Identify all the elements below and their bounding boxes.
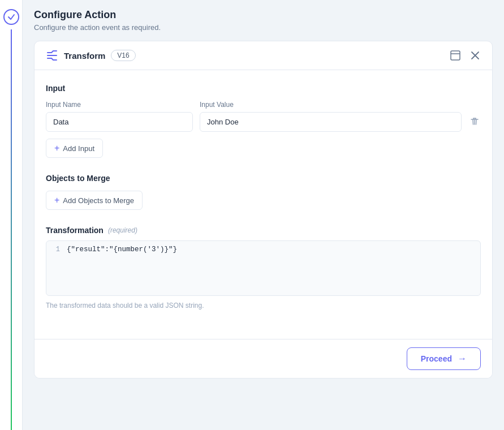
input-name-label: Input Name: [46, 101, 193, 109]
input-value-field[interactable]: [200, 112, 462, 132]
main-content: Configure Action Configure the action ev…: [23, 0, 504, 430]
proceed-button[interactable]: Proceed →: [407, 347, 481, 370]
required-label: (required): [108, 226, 137, 234]
add-input-icon: +: [54, 143, 59, 153]
svg-rect-0: [451, 51, 460, 60]
transform-label: Transform: [64, 51, 105, 61]
input-name-group: Input Name: [46, 101, 193, 132]
add-objects-button[interactable]: + Add Objects to Merge: [46, 191, 143, 210]
add-input-button[interactable]: + Add Input: [46, 139, 103, 158]
transformation-hint: The transformed data should be a valid J…: [46, 302, 481, 309]
code-line-1: 1 {"result":"{number('3')}"}: [46, 241, 480, 295]
card-header-left: Transform V16: [46, 50, 136, 61]
add-objects-label: Add Objects to Merge: [63, 196, 134, 205]
version-badge: V16: [111, 50, 135, 61]
add-objects-icon: +: [54, 195, 59, 205]
card-body: Input Input Name Input Value: [35, 70, 492, 339]
transformation-header: Transformation (required): [46, 226, 481, 235]
configure-action-card: Transform V16: [34, 41, 493, 379]
card-header-right: [449, 49, 481, 62]
transformation-title: Transformation: [46, 226, 104, 235]
input-section: Input Input Name Input Value: [46, 84, 481, 158]
line-number-1: 1: [46, 246, 67, 253]
page-header: Configure Action Configure the action ev…: [34, 9, 493, 32]
objects-section-title: Objects to Merge: [46, 174, 481, 183]
input-row: Input Name Input Value: [46, 101, 481, 132]
input-value-group: Input Value: [200, 101, 462, 132]
transform-icon: [46, 50, 58, 61]
input-section-title: Input: [46, 84, 481, 93]
transformation-section: Transformation (required) 1 {"result":"{…: [46, 226, 481, 309]
close-button[interactable]: [469, 50, 481, 61]
step-icon: [3, 9, 19, 25]
input-name-field[interactable]: [46, 112, 193, 132]
code-editor[interactable]: 1 {"result":"{number('3')}"}: [46, 240, 481, 296]
page-title: Configure Action: [34, 9, 493, 21]
sidebar-progress-line: [11, 29, 12, 430]
card-header: Transform V16: [35, 41, 492, 70]
code-content-1: {"result":"{number('3')}"}: [67, 246, 480, 291]
add-input-label: Add Input: [63, 144, 94, 153]
proceed-arrow-icon: →: [458, 354, 467, 364]
sidebar: [0, 0, 23, 430]
proceed-label: Proceed: [421, 354, 452, 363]
page-subtitle: Configure the action event as required.: [34, 23, 493, 32]
objects-section: Objects to Merge + Add Objects to Merge: [46, 174, 481, 210]
expand-button[interactable]: [449, 49, 462, 62]
input-value-label: Input Value: [200, 101, 462, 109]
card-footer: Proceed →: [35, 339, 492, 378]
delete-input-button[interactable]: [468, 115, 481, 128]
